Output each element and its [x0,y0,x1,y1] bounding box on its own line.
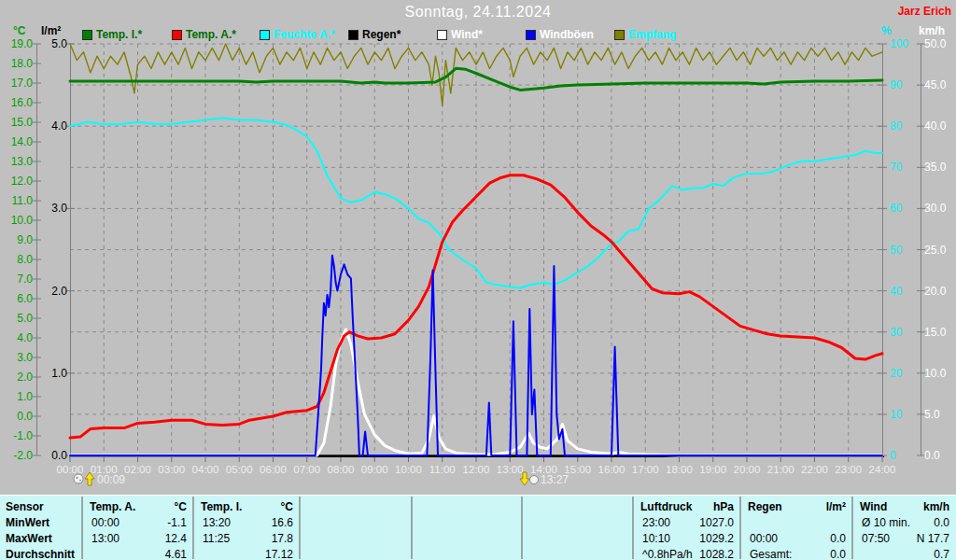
rain-axis-label: 5.0 [51,37,67,50]
legend-label-reception: Empfang [628,29,676,40]
table-value: 1027.0 [699,516,740,529]
temp-axis-label: -1.0 [13,429,33,442]
x-axis-label: 22:00 [801,464,828,475]
humidity-axis-label: 50 [890,244,903,257]
table-col-unit: °C [175,500,193,513]
table-col-name: Luftdruck [633,500,692,513]
temp-axis-label: 10.0 [11,214,34,227]
table-row-label-sensor: Sensor [6,498,44,514]
table-value: 0.0 [830,548,852,560]
humidity-axis-label: 20 [890,367,903,380]
table-row-label-durchschnitt: Durchschnitt [6,546,75,560]
x-axis-label: 02:00 [124,464,151,475]
legend-label-rain: Regen* [362,29,401,40]
reception-swatch-icon [614,30,625,40]
summary-table: SensorMinWertMaxWertDurchschnittTemp. A.… [0,495,956,560]
temp-axis-label: 5.0 [17,312,33,325]
humidity-axis-label: 10 [890,408,903,421]
table-value-time: 13:20 [193,516,231,529]
x-axis-label: 00:00 [57,464,84,475]
x-axis-label: 17:00 [632,464,659,475]
x-axis-label: 10:00 [395,464,422,475]
moon-icon [530,476,539,484]
x-axis-label: 11:00 [429,464,456,475]
temp-outdoor-swatch-icon [172,30,182,40]
table-cell-temp-i-row3: 17.12 [193,546,300,560]
table-cell-regen-row3: Gesamt:0.0 [740,546,852,560]
x-axis-label: 13:00 [497,464,524,475]
table-value: 4.61 [165,548,193,560]
temp-axis-label: 8.0 [17,253,33,266]
wind-axis-label: 30.0 [924,202,947,215]
temp-axis-label: 9.0 [17,233,33,246]
temp-axis-label: 2.0 [17,371,33,384]
table-col-name: Regen [740,500,782,513]
legend-label-humidity: Feuchte A.* [274,29,335,40]
temp-axis-label: 16.0 [11,96,34,109]
x-axis-label: 18:00 [666,464,693,475]
table-col-name: Temp. I. [193,500,242,513]
table-cell-temp-i-row1: 13:2016.6 [193,514,300,530]
table-cell-luftdruck-row3: ^0.8hPa/h1028.2 [633,546,740,560]
humidity-axis-label: 80 [890,119,903,133]
legend-item-reception: Empfang [614,29,676,40]
table-col-unit: l/m² [826,500,852,513]
temp-axis-label: 15.0 [11,116,34,129]
gusts-swatch-icon [526,30,536,40]
legend-label-temp-outdoor: Temp. A.* [186,29,236,40]
rain-axis-label: 1.0 [51,367,67,380]
series-wind [70,329,882,455]
wind-axis-label: 45.0 [924,78,947,91]
temp-axis-label: 13.0 [11,155,34,168]
table-value-time: 11:25 [193,532,230,545]
legend-item-gusts: Windböen [526,29,594,40]
temp-axis-label: 12.0 [11,175,34,188]
legend-label-gusts: Windböen [540,29,594,40]
legend-item-temp-outdoor: Temp. A.* [172,29,236,40]
table-cell-temp-i-row2: 11:2517.8 [193,530,300,546]
moonrise-time: 00:09 [97,473,125,486]
rain-axis-label: 0.0 [51,449,67,462]
wind-swatch-icon [437,30,447,40]
table-value: N 17.7 [917,532,956,545]
humidity-axis-label: 90 [890,78,903,91]
wind-axis-label: 15.0 [924,326,947,339]
table-cell-luftdruck-row0: LuftdruckhPa [633,498,740,514]
table-value-time: Gesamt: [740,548,792,560]
x-axis-label: 07:00 [293,464,320,475]
x-axis-label: 16:00 [598,464,626,475]
temp-axis-label: 3.0 [17,351,33,364]
table-col-unit: km/h [923,500,956,513]
table-cell-wind-row3: 0.7 [852,546,956,560]
x-axis-label: 05:00 [226,464,253,475]
table-value: 0.0 [934,516,956,529]
x-axis-label: 21:00 [767,464,794,475]
x-axis-label: 06:00 [260,464,287,475]
x-axis-label: 24:00 [869,464,896,475]
table-column-divider [411,497,413,559]
weather-chart: 19.018.017.016.015.014.013.012.011.010.0… [0,0,956,495]
moonset-time: 13:27 [541,473,569,486]
table-value: 12.4 [165,532,193,545]
table-cell-wind-row0: Windkm/h [852,498,956,514]
table-col-unit: hPa [713,500,740,513]
humidity-axis-label: 100 [890,37,908,50]
wind-axis-label: 20.0 [924,285,947,298]
temp-axis-label: -2.0 [13,449,33,462]
table-value: 16.6 [272,516,300,529]
temp-axis-label: 4.0 [17,331,33,344]
table-cell-temp-a-row2: 13:0012.4 [82,530,193,546]
table-value: 17.8 [272,532,300,545]
legend-label-wind: Wind* [451,29,483,40]
legend-item-temp-indoor: Temp. I.* [82,29,142,40]
table-row-label-minwert: MinWert [6,514,49,530]
table-cell-luftdruck-row2: 10:101029.2 [633,530,740,546]
table-value-time: 10:10 [633,532,670,545]
table-value: 0.0 [830,532,852,545]
x-axis-label: 09:00 [361,464,388,475]
wind-axis-label: 40.0 [924,119,947,133]
table-value: 1028.2 [699,548,740,560]
temp-axis-label: 0.0 [17,410,33,423]
table-row-label-maxwert: MaxWert [6,530,52,546]
table-value: -1.1 [167,516,193,529]
